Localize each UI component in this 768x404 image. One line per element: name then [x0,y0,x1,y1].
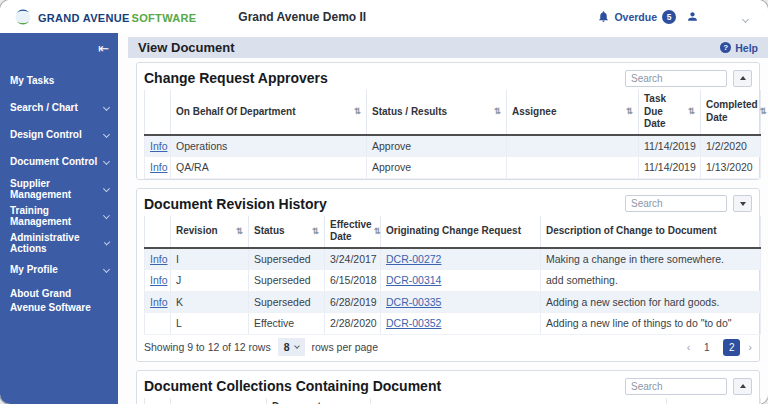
approvers-collapse-button[interactable] [733,70,752,87]
dcr-link[interactable]: DCR-00352 [386,317,441,329]
document-collections-card: Document Collections Containing Document… [136,370,760,404]
table-row: Info Operations Approve 11/14/2019 1/2/2… [145,135,761,157]
sidebar-item-search-chart[interactable]: Search / Chart [0,94,118,121]
column-header[interactable]: Description of Change to Document [541,216,761,248]
help-link[interactable]: ? Help [720,42,758,54]
main-area: View Document ? Help Change Request Appr… [118,33,768,404]
revisions-search-input[interactable] [625,195,727,212]
top-header-bar: GRAND AVENUESOFTWARE Grand Avenue Demo I… [0,0,768,33]
cell-effective-date: 6/28/2019 [325,291,381,313]
collections-search-input[interactable] [625,378,727,395]
column-header[interactable]: Task Due Date⇅ [639,90,701,135]
brand-secondary: SOFTWARE [132,12,197,24]
collections-table: Name Document Collection Type⇅ Descripti… [144,398,761,404]
sidebar-item-training-management[interactable]: Training Management [0,202,118,229]
info-link[interactable]: Info [150,274,168,286]
cell-effective-date: 3/24/2017 [325,248,381,270]
cell-status: Approve [367,157,507,179]
sort-icon[interactable]: ⇅ [688,106,695,117]
brand-primary: GRAND AVENUE [38,12,130,24]
column-header[interactable]: Status / Results⇅ [367,90,507,135]
info-link[interactable]: Info [150,161,168,173]
app-title: Grand Avenue Demo II [238,10,366,24]
dcr-link[interactable]: DCR-00272 [386,253,441,265]
cell-assignee [507,157,639,179]
collapse-down-icon [740,202,746,206]
revisions-collapse-button[interactable] [733,195,752,212]
sidebar-item-about[interactable]: About Grand Avenue Software [0,283,118,320]
sidebar-item-design-control[interactable]: Design Control [0,121,118,148]
info-link[interactable]: Info [150,140,168,152]
brand-name: GRAND AVENUESOFTWARE [38,8,196,26]
column-header[interactable]: Originating Change Request [381,216,541,248]
document-revision-history-card: Document Revision History Revision⇅ [136,188,760,362]
chevron-down-icon [103,131,110,138]
sort-icon[interactable]: ⇅ [236,226,243,237]
chevron-down-icon [294,343,300,349]
column-header[interactable]: Description⇅ [371,398,667,404]
cell-description: Adding a new section for hard goods. [541,291,761,313]
sidebar-item-my-profile[interactable]: My Profile [0,256,118,283]
cell-task-due-date: 11/14/2019 [639,135,701,157]
cell-revision: K [171,291,249,313]
chevron-down-icon [103,185,110,192]
table-row: Info QA/RA Approve 11/14/2019 1/13/2020 [145,157,761,179]
info-column-header [145,398,171,404]
dcr-link[interactable]: DCR-00335 [386,296,441,308]
column-header[interactable]: Status⇅ [249,216,325,248]
user-icon[interactable] [686,10,699,23]
overdue-label[interactable]: Overdue [614,11,657,23]
page-title: View Document [138,40,235,55]
column-header[interactable]: Owner⇅ [667,398,761,404]
column-header[interactable]: Name [171,398,267,404]
info-link[interactable]: Info [150,253,168,265]
bell-icon[interactable] [597,10,610,23]
info-column-header [145,216,171,248]
column-header[interactable]: Completed Date⇅ [701,90,761,135]
sidebar-item-administrative-actions[interactable]: Administrative Actions [0,229,118,256]
overdue-count-badge[interactable]: 5 [662,10,676,24]
column-header[interactable]: Document Collection Type⇅ [267,398,371,404]
column-header[interactable]: Revision⇅ [171,216,249,248]
approvers-search-input[interactable] [625,70,727,87]
cell-completed-date: 1/2/2020 [701,135,761,157]
previous-page-button[interactable]: ‹ [687,341,691,353]
column-header[interactable]: On Behalf Of Department⇅ [171,90,367,135]
sidebar-item-document-control[interactable]: Document Control [0,148,118,175]
column-header[interactable]: Effective Date⇅ [325,216,381,248]
sort-icon[interactable]: ⇅ [760,106,767,117]
cell-department: QA/RA [171,157,367,179]
sort-icon[interactable]: ⇅ [354,106,361,117]
table-row: L Effective 2/28/2020 DCR-00352 Adding a… [145,313,761,335]
sort-icon[interactable]: ⇅ [494,106,501,117]
page-title-bar: View Document ? Help [128,37,768,58]
sort-icon[interactable]: ⇅ [626,106,633,117]
sort-icon[interactable]: ⇅ [374,226,381,237]
column-header[interactable]: Assignee⇅ [507,90,639,135]
collapse-up-icon [740,76,746,80]
table-row: Info J Superseded 6/15/2018 DCR-00314 ad… [145,270,761,292]
rows-per-page-dropdown[interactable]: 8 [278,338,305,356]
cell-description: Making a change in there somewhere. [541,248,761,270]
revisions-table: Revision⇅ Status⇅ Effective Date⇅ Origin… [144,216,761,335]
sidebar-item-supplier-management[interactable]: Supplier Management [0,175,118,202]
sort-icon[interactable]: ⇅ [312,226,319,237]
brand[interactable]: GRAND AVENUESOFTWARE [14,8,196,26]
approvers-table: On Behalf Of Department⇅ Status / Result… [144,90,761,179]
user-menu-chevron-down-icon[interactable] [743,8,748,26]
sidebar-nav: ⇤ My Tasks Search / Chart Design Control… [0,33,118,404]
sidebar-item-my-tasks[interactable]: My Tasks [0,67,118,94]
page-1-button[interactable]: 1 [698,339,715,356]
change-request-approvers-card: Change Request Approvers On Behalf Of De… [136,62,760,180]
dcr-link[interactable]: DCR-00314 [386,274,441,286]
next-page-button[interactable]: › [748,341,752,353]
table-row: Info K Superseded 6/28/2019 DCR-00335 Ad… [145,291,761,313]
pagination-summary: Showing 9 to 12 of 12 rows [144,341,271,353]
page-2-button[interactable]: 2 [723,339,740,356]
sidebar-collapse-icon[interactable]: ⇤ [98,42,109,55]
collections-collapse-button[interactable] [733,378,752,395]
cell-effective-date: 6/15/2018 [325,270,381,292]
info-column-header [145,90,171,135]
cell-status: Superseded [249,291,325,313]
info-link[interactable]: Info [150,296,168,308]
